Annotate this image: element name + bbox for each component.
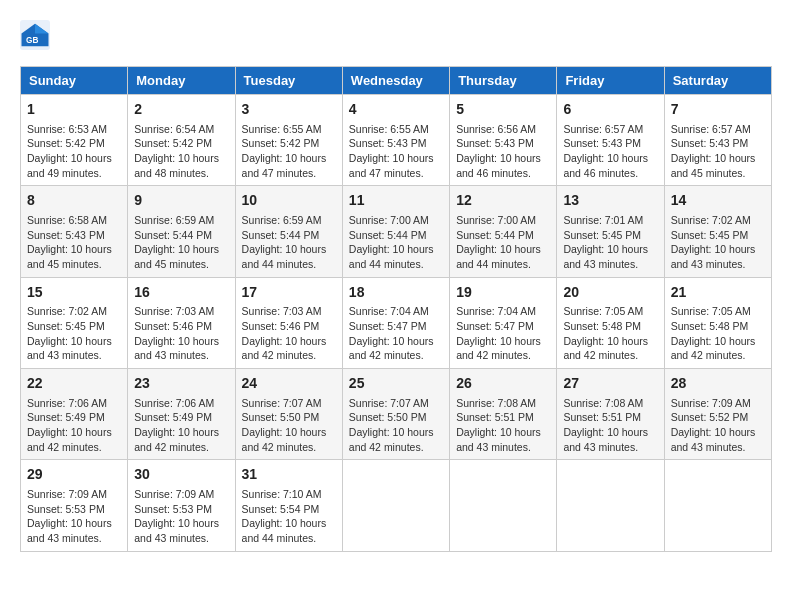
day-detail: Sunrise: 7:09 AMSunset: 5:52 PMDaylight:… (671, 396, 765, 455)
day-number: 11 (349, 191, 443, 211)
day-number: 8 (27, 191, 121, 211)
calendar-cell: 20Sunrise: 7:05 AMSunset: 5:48 PMDayligh… (557, 277, 664, 368)
calendar-cell: 31Sunrise: 7:10 AMSunset: 5:54 PMDayligh… (235, 460, 342, 551)
day-number: 10 (242, 191, 336, 211)
day-detail: Sunrise: 7:03 AMSunset: 5:46 PMDaylight:… (242, 304, 336, 363)
day-number: 26 (456, 374, 550, 394)
calendar-cell: 5Sunrise: 6:56 AMSunset: 5:43 PMDaylight… (450, 95, 557, 186)
day-detail: Sunrise: 7:05 AMSunset: 5:48 PMDaylight:… (563, 304, 657, 363)
calendar-cell: 24Sunrise: 7:07 AMSunset: 5:50 PMDayligh… (235, 369, 342, 460)
day-detail: Sunrise: 7:10 AMSunset: 5:54 PMDaylight:… (242, 487, 336, 546)
day-detail: Sunrise: 7:09 AMSunset: 5:53 PMDaylight:… (134, 487, 228, 546)
calendar-table: SundayMondayTuesdayWednesdayThursdayFrid… (20, 66, 772, 552)
calendar-cell: 6Sunrise: 6:57 AMSunset: 5:43 PMDaylight… (557, 95, 664, 186)
day-number: 5 (456, 100, 550, 120)
day-detail: Sunrise: 7:03 AMSunset: 5:46 PMDaylight:… (134, 304, 228, 363)
calendar-cell: 30Sunrise: 7:09 AMSunset: 5:53 PMDayligh… (128, 460, 235, 551)
day-detail: Sunrise: 6:59 AMSunset: 5:44 PMDaylight:… (242, 213, 336, 272)
calendar-cell: 11Sunrise: 7:00 AMSunset: 5:44 PMDayligh… (342, 186, 449, 277)
weekday-header-tuesday: Tuesday (235, 67, 342, 95)
calendar-cell: 27Sunrise: 7:08 AMSunset: 5:51 PMDayligh… (557, 369, 664, 460)
calendar-cell: 14Sunrise: 7:02 AMSunset: 5:45 PMDayligh… (664, 186, 771, 277)
day-number: 2 (134, 100, 228, 120)
day-detail: Sunrise: 7:04 AMSunset: 5:47 PMDaylight:… (456, 304, 550, 363)
calendar-cell: 8Sunrise: 6:58 AMSunset: 5:43 PMDaylight… (21, 186, 128, 277)
calendar-cell: 10Sunrise: 6:59 AMSunset: 5:44 PMDayligh… (235, 186, 342, 277)
calendar-week-row: 1Sunrise: 6:53 AMSunset: 5:42 PMDaylight… (21, 95, 772, 186)
day-number: 6 (563, 100, 657, 120)
weekday-header-row: SundayMondayTuesdayWednesdayThursdayFrid… (21, 67, 772, 95)
day-detail: Sunrise: 6:53 AMSunset: 5:42 PMDaylight:… (27, 122, 121, 181)
day-detail: Sunrise: 6:55 AMSunset: 5:42 PMDaylight:… (242, 122, 336, 181)
calendar-cell: 25Sunrise: 7:07 AMSunset: 5:50 PMDayligh… (342, 369, 449, 460)
calendar-cell: 28Sunrise: 7:09 AMSunset: 5:52 PMDayligh… (664, 369, 771, 460)
calendar-body: 1Sunrise: 6:53 AMSunset: 5:42 PMDaylight… (21, 95, 772, 552)
day-number: 7 (671, 100, 765, 120)
calendar-cell: 12Sunrise: 7:00 AMSunset: 5:44 PMDayligh… (450, 186, 557, 277)
day-number: 14 (671, 191, 765, 211)
calendar-cell: 18Sunrise: 7:04 AMSunset: 5:47 PMDayligh… (342, 277, 449, 368)
day-number: 24 (242, 374, 336, 394)
weekday-header-sunday: Sunday (21, 67, 128, 95)
day-number: 21 (671, 283, 765, 303)
day-number: 28 (671, 374, 765, 394)
calendar-cell: 22Sunrise: 7:06 AMSunset: 5:49 PMDayligh… (21, 369, 128, 460)
day-number: 29 (27, 465, 121, 485)
day-detail: Sunrise: 7:00 AMSunset: 5:44 PMDaylight:… (349, 213, 443, 272)
day-number: 31 (242, 465, 336, 485)
calendar-cell (450, 460, 557, 551)
day-detail: Sunrise: 7:00 AMSunset: 5:44 PMDaylight:… (456, 213, 550, 272)
calendar-cell: 15Sunrise: 7:02 AMSunset: 5:45 PMDayligh… (21, 277, 128, 368)
calendar-week-row: 15Sunrise: 7:02 AMSunset: 5:45 PMDayligh… (21, 277, 772, 368)
logo: GB (20, 20, 54, 50)
calendar-cell (664, 460, 771, 551)
day-number: 9 (134, 191, 228, 211)
day-detail: Sunrise: 6:58 AMSunset: 5:43 PMDaylight:… (27, 213, 121, 272)
day-detail: Sunrise: 7:05 AMSunset: 5:48 PMDaylight:… (671, 304, 765, 363)
day-number: 12 (456, 191, 550, 211)
calendar-cell: 3Sunrise: 6:55 AMSunset: 5:42 PMDaylight… (235, 95, 342, 186)
day-detail: Sunrise: 7:08 AMSunset: 5:51 PMDaylight:… (563, 396, 657, 455)
day-detail: Sunrise: 7:07 AMSunset: 5:50 PMDaylight:… (242, 396, 336, 455)
day-detail: Sunrise: 7:06 AMSunset: 5:49 PMDaylight:… (27, 396, 121, 455)
day-number: 15 (27, 283, 121, 303)
day-number: 18 (349, 283, 443, 303)
day-number: 17 (242, 283, 336, 303)
day-number: 20 (563, 283, 657, 303)
day-number: 19 (456, 283, 550, 303)
day-detail: Sunrise: 7:08 AMSunset: 5:51 PMDaylight:… (456, 396, 550, 455)
day-detail: Sunrise: 6:57 AMSunset: 5:43 PMDaylight:… (563, 122, 657, 181)
day-number: 16 (134, 283, 228, 303)
calendar-cell (557, 460, 664, 551)
day-detail: Sunrise: 6:57 AMSunset: 5:43 PMDaylight:… (671, 122, 765, 181)
day-detail: Sunrise: 7:09 AMSunset: 5:53 PMDaylight:… (27, 487, 121, 546)
day-number: 3 (242, 100, 336, 120)
calendar-cell: 23Sunrise: 7:06 AMSunset: 5:49 PMDayligh… (128, 369, 235, 460)
day-number: 4 (349, 100, 443, 120)
day-number: 25 (349, 374, 443, 394)
calendar-cell: 2Sunrise: 6:54 AMSunset: 5:42 PMDaylight… (128, 95, 235, 186)
calendar-cell: 13Sunrise: 7:01 AMSunset: 5:45 PMDayligh… (557, 186, 664, 277)
logo-icon: GB (20, 20, 50, 50)
day-number: 23 (134, 374, 228, 394)
svg-text:GB: GB (26, 36, 38, 45)
weekday-header-friday: Friday (557, 67, 664, 95)
calendar-cell: 4Sunrise: 6:55 AMSunset: 5:43 PMDaylight… (342, 95, 449, 186)
day-detail: Sunrise: 6:55 AMSunset: 5:43 PMDaylight:… (349, 122, 443, 181)
weekday-header-saturday: Saturday (664, 67, 771, 95)
calendar-cell: 1Sunrise: 6:53 AMSunset: 5:42 PMDaylight… (21, 95, 128, 186)
calendar-week-row: 22Sunrise: 7:06 AMSunset: 5:49 PMDayligh… (21, 369, 772, 460)
calendar-cell: 21Sunrise: 7:05 AMSunset: 5:48 PMDayligh… (664, 277, 771, 368)
calendar-week-row: 29Sunrise: 7:09 AMSunset: 5:53 PMDayligh… (21, 460, 772, 551)
weekday-header-thursday: Thursday (450, 67, 557, 95)
day-number: 22 (27, 374, 121, 394)
calendar-cell: 26Sunrise: 7:08 AMSunset: 5:51 PMDayligh… (450, 369, 557, 460)
day-detail: Sunrise: 7:07 AMSunset: 5:50 PMDaylight:… (349, 396, 443, 455)
calendar-cell: 29Sunrise: 7:09 AMSunset: 5:53 PMDayligh… (21, 460, 128, 551)
day-detail: Sunrise: 6:56 AMSunset: 5:43 PMDaylight:… (456, 122, 550, 181)
calendar-cell: 16Sunrise: 7:03 AMSunset: 5:46 PMDayligh… (128, 277, 235, 368)
weekday-header-wednesday: Wednesday (342, 67, 449, 95)
calendar-cell (342, 460, 449, 551)
day-number: 13 (563, 191, 657, 211)
day-detail: Sunrise: 7:02 AMSunset: 5:45 PMDaylight:… (671, 213, 765, 272)
